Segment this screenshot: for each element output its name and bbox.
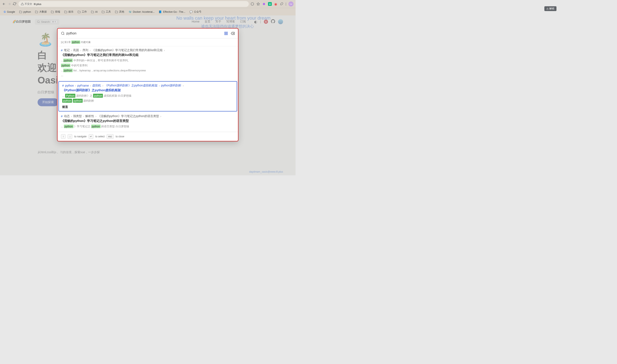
bookmarks-bar: GGooglepython大数据前端娱乐工作AI工具其他🐳Docker: Acc… xyxy=(0,8,296,15)
clear-icon[interactable] xyxy=(231,31,235,35)
modal-footer: ↑ ↓ to navigate ↵ to select esc to close xyxy=(58,132,238,141)
result-breadcrumb: # python› pyFrame› 虚拟机› 《Python源码剖析》之pyt… xyxy=(62,84,233,88)
arrow-up-key: ↑ xyxy=(61,134,65,139)
address-bar[interactable]: 不安全 lll.plus xyxy=(18,1,249,7)
bookmark-item[interactable]: 其他 xyxy=(113,9,126,14)
bookmark-item[interactable]: python xyxy=(17,10,33,14)
result-title: 《流畅的python》学习笔记之python的语言类型 xyxy=(61,119,235,123)
result-section-heading: 前言 xyxy=(62,105,233,109)
enter-key: ↵ xyxy=(89,134,93,139)
url-text: lll.plus xyxy=(34,2,41,6)
bookmark-item[interactable]: 📘Effective Go - The... xyxy=(157,10,187,14)
search-input[interactable] xyxy=(65,31,224,36)
result-breadcrumb: # 笔记› 巩固› 序列› 《流畅的python》学习笔记之我们常用的列表lis… xyxy=(61,48,235,52)
refresh-button[interactable] xyxy=(13,2,17,6)
forward-button[interactable] xyxy=(8,2,11,6)
search-icon xyxy=(61,31,65,35)
svg-line-8 xyxy=(64,34,64,35)
bookmark-item[interactable]: 大数据 xyxy=(33,9,48,14)
bookmark-item[interactable]: AI xyxy=(89,10,99,14)
svg-rect-11 xyxy=(226,34,228,35)
result-breadcrumb: # 动态› 强类型› 解析性› 《流畅的python》学习笔记之python的语… xyxy=(61,114,235,118)
back-button[interactable] xyxy=(2,2,6,6)
result-title: 《Python源码剖析》之python虚拟机框架 xyxy=(62,88,233,92)
search-result[interactable]: [x] 第1章 python 内建对象 xyxy=(58,39,238,46)
translate-icon[interactable] xyxy=(250,2,254,6)
browser-toolbar: 不安全 lll.plus ✱ ⊞ ◉ | Lv xyxy=(0,0,296,8)
bookmark-item[interactable]: 工具 xyxy=(100,9,113,14)
bookmark-item[interactable]: 前端 xyxy=(49,9,62,14)
bookmark-item[interactable]: 娱乐 xyxy=(63,9,75,14)
svg-rect-9 xyxy=(225,32,226,33)
bookmark-star-icon[interactable] xyxy=(256,2,260,6)
bookmark-item[interactable]: 💬公众号 xyxy=(188,9,203,14)
result-title: 《流畅的python》学习笔记之我们常用的列表list和元组 xyxy=(61,53,235,57)
profile-avatar[interactable]: Lv xyxy=(288,1,294,6)
extension-icon-2[interactable]: ⊞ xyxy=(268,2,272,6)
svg-marker-3 xyxy=(257,2,259,5)
search-modal: [x] 第1章 python 内建对象 # 笔记› 巩固› 序列› 《流畅的py… xyxy=(57,28,239,142)
arrow-down-key: ↓ xyxy=(68,134,72,139)
svg-rect-12 xyxy=(225,34,226,35)
bookmark-item[interactable]: GGoogle xyxy=(2,10,17,14)
security-badge: 不安全 xyxy=(21,2,32,6)
bookmark-item[interactable]: 🐳Docker: Accelerat... xyxy=(127,10,156,14)
esc-key: esc xyxy=(107,134,114,139)
extension-icon-3[interactable]: ◉ xyxy=(274,2,278,6)
modal-search-bar xyxy=(58,29,238,39)
layout-icon[interactable] xyxy=(224,31,228,35)
extensions-icon[interactable] xyxy=(280,2,283,6)
extension-icon-1[interactable]: ✱ xyxy=(262,2,266,6)
insecure-label: 不安全 xyxy=(25,2,32,6)
svg-rect-10 xyxy=(226,32,228,33)
search-result[interactable]: # 动态› 强类型› 解析性› 《流畅的python》学习笔记之python的语… xyxy=(58,112,238,132)
search-result-active[interactable]: # python› pyFrame› 虚拟机› 《Python源码剖析》之pyt… xyxy=(58,81,237,111)
bookmark-item[interactable]: 工作 xyxy=(76,9,89,14)
svg-point-7 xyxy=(61,32,64,34)
search-result[interactable]: # 笔记› 巩固› 序列› 《流畅的python》学习笔记之我们常用的列表lis… xyxy=(58,46,238,80)
svg-point-2 xyxy=(251,2,254,5)
search-results: [x] 第1章 python 内建对象 # 笔记› 巩固› 序列› 《流畅的py… xyxy=(58,39,238,132)
